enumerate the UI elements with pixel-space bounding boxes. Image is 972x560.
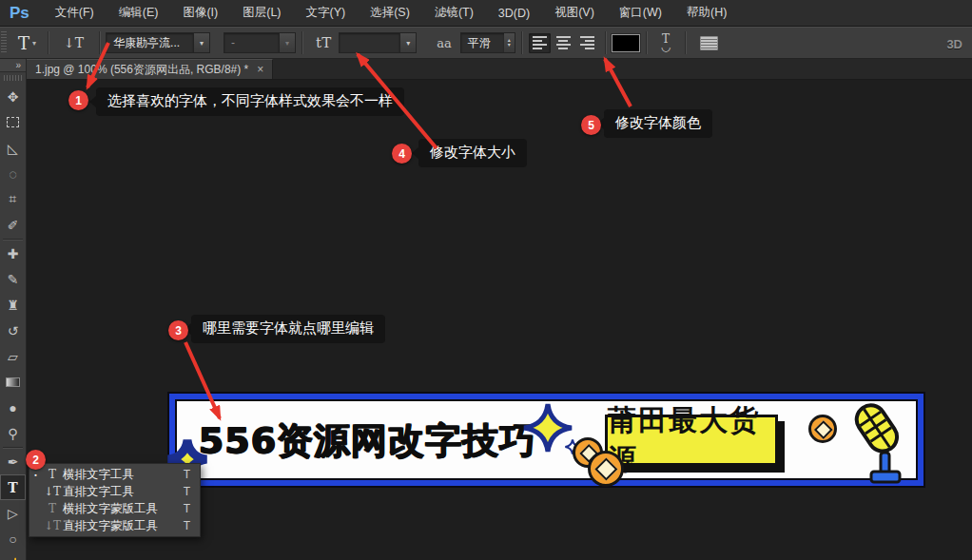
menu-view[interactable]: 视图(V)	[542, 0, 607, 26]
menu-filter[interactable]: 滤镜(T)	[422, 0, 486, 26]
step-4-tooltip: 修改字体大小	[418, 139, 527, 167]
step-3-badge: 3	[168, 320, 188, 340]
gradient-icon	[6, 377, 20, 387]
vertical-type-icon: ↓T	[42, 485, 63, 498]
menu-3d[interactable]: 3D(D)	[486, 0, 542, 26]
font-style-value[interactable]: -	[224, 32, 279, 53]
align-right-button[interactable]	[576, 33, 598, 53]
banner-artwork: 556资源网改字技巧 莆田最大货源	[169, 394, 923, 486]
menu-item-horizontal-type-mask-tool[interactable]: T 横排文字蒙版工具 T	[29, 500, 200, 517]
step-4-badge: 4	[392, 144, 412, 164]
menu-window[interactable]: 窗口(W)	[607, 0, 674, 26]
separator	[99, 31, 100, 54]
tool-preset-caret-icon[interactable]: ▾	[32, 39, 42, 48]
eraser-tool[interactable]: ▱	[0, 343, 26, 369]
step-1-badge: 1	[68, 90, 88, 110]
toolbox-separator	[3, 239, 23, 240]
brush-tool[interactable]: ✎	[0, 266, 26, 292]
text-color-swatch[interactable]	[612, 34, 640, 52]
font-family-combo[interactable]: 华康勘亭流... ▾	[106, 32, 210, 53]
type-options-bar: T ▾ ↓T 华康勘亭流... ▾ - ▾ tT ▾ aa 平滑 ▴ ▾	[0, 27, 972, 59]
photoshop-window: Ps 文件(F) 编辑(E) 图像(I) 图层(L) 文字(Y) 选择(S) 滤…	[0, 0, 972, 560]
dodge-tool[interactable]: ⚲	[0, 420, 26, 446]
menu-file[interactable]: 文件(F)	[43, 0, 107, 26]
coin-icon	[808, 415, 837, 443]
menu-item-vertical-type-tool[interactable]: ↓T 直排文字工具 T	[29, 483, 200, 500]
type-tool-preset-icon[interactable]: T	[9, 33, 32, 53]
eyedropper-tool[interactable]: ✐	[0, 212, 26, 238]
toggle-panels-icon[interactable]	[700, 36, 718, 50]
history-brush-tool[interactable]: ↺	[0, 318, 26, 343]
text-orientation-toggle-icon[interactable]: ↓T	[54, 35, 93, 50]
selected-bullet-icon: ▪	[29, 472, 42, 478]
separator	[605, 31, 606, 54]
ellipse-tool[interactable]: ○	[0, 526, 26, 551]
horizontal-type-icon: T	[42, 468, 63, 481]
microphone-icon	[846, 403, 909, 487]
vertical-type-mask-icon: ↓T	[42, 519, 63, 532]
rectangular-marquee-tool[interactable]	[0, 109, 26, 135]
document-tab-title: 1.jpg @ 100% (556资源网出品, RGB/8#) *	[35, 62, 248, 78]
path-selection-tool[interactable]: ▷	[0, 500, 26, 526]
font-size-combo[interactable]: ▾	[339, 32, 417, 53]
warp-text-icon[interactable]: T ◡	[652, 35, 679, 50]
align-left-button[interactable]	[529, 33, 551, 53]
toolbox-collapse-icon[interactable]: »	[0, 59, 26, 72]
step-5-tooltip: 修改字体颜色	[604, 109, 712, 138]
hand-tool[interactable]: ☝	[0, 551, 26, 560]
align-center-button[interactable]	[553, 33, 574, 53]
step-5-badge: 5	[581, 115, 601, 135]
font-family-dropdown-icon[interactable]: ▾	[193, 32, 210, 53]
horizontal-type-mask-icon: T	[42, 502, 63, 515]
menu-layer[interactable]: 图层(L)	[230, 0, 293, 26]
crop-tool[interactable]: ⌗	[0, 186, 26, 212]
ps-logo: Ps	[0, 4, 43, 23]
quick-selection-tool[interactable]: ◌	[0, 161, 26, 186]
menu-edit[interactable]: 编辑(E)	[107, 0, 171, 26]
banner-title-text[interactable]: 556资源网改字技巧	[198, 415, 535, 464]
marquee-icon	[7, 117, 19, 127]
step-2-badge: 2	[26, 450, 46, 470]
document-tab[interactable]: 1.jpg @ 100% (556资源网出品, RGB/8#) * ×	[27, 59, 273, 79]
separator	[301, 31, 302, 54]
shortcut-key: T	[184, 519, 200, 532]
toolbox-separator	[3, 447, 23, 448]
anti-alias-icon: aa	[428, 36, 460, 50]
menu-item-horizontal-type-tool[interactable]: ▪ T 横排文字工具 T	[29, 466, 200, 483]
menu-type[interactable]: 文字(Y)	[294, 0, 359, 26]
menu-bar: Ps 文件(F) 编辑(E) 图像(I) 图层(L) 文字(Y) 选择(S) 滤…	[0, 0, 972, 27]
banner-badge: 莆田最大货源	[605, 415, 778, 466]
menu-help[interactable]: 帮助(H)	[674, 0, 739, 26]
menu-image[interactable]: 图像(I)	[170, 0, 230, 26]
3d-workspace-label[interactable]: 3D	[946, 28, 962, 60]
type-tool-selected[interactable]: T	[0, 474, 26, 500]
options-grip[interactable]	[1, 31, 7, 54]
blur-tool[interactable]: ●	[0, 395, 26, 420]
font-style-combo[interactable]: - ▾	[224, 32, 296, 53]
font-size-dropdown-icon[interactable]: ▾	[399, 32, 417, 53]
font-size-icon: tT	[308, 34, 339, 51]
spot-healing-brush-tool[interactable]: ✚	[0, 241, 26, 266]
anti-alias-value[interactable]: 平滑	[460, 32, 504, 53]
shortcut-key: T	[184, 485, 200, 498]
document-tab-strip: 1.jpg @ 100% (556资源网出品, RGB/8#) * ×	[27, 59, 972, 80]
toolbox-grip[interactable]	[4, 75, 22, 81]
tab-close-icon[interactable]: ×	[257, 63, 263, 76]
font-size-value[interactable]	[339, 32, 399, 53]
anti-alias-combo[interactable]: 平滑 ▴ ▾	[460, 32, 515, 53]
lasso-tool[interactable]: ◺	[0, 135, 26, 161]
separator	[48, 31, 49, 54]
separator	[521, 31, 522, 54]
menu-item-vertical-type-mask-tool[interactable]: ↓T 直排文字蒙版工具 T	[29, 517, 200, 534]
gradient-tool[interactable]	[0, 369, 26, 395]
font-style-dropdown-icon[interactable]: ▾	[279, 32, 296, 53]
pen-tool[interactable]: ✒	[0, 449, 26, 474]
menu-select[interactable]: 选择(S)	[358, 0, 422, 26]
toolbox: » ✥ ◺ ◌ ⌗ ✐ ✚ ✎ ♜ ↺ ▱ ● ⚲ ✒ T ▷ ○ ☝	[0, 59, 27, 560]
anti-alias-spinner-icon[interactable]: ▴ ▾	[504, 32, 515, 53]
separator	[685, 31, 686, 54]
clone-stamp-tool[interactable]: ♜	[0, 292, 26, 318]
move-tool[interactable]: ✥	[0, 84, 26, 109]
coin-icon	[588, 451, 624, 487]
font-family-value[interactable]: 华康勘亭流...	[106, 32, 193, 53]
